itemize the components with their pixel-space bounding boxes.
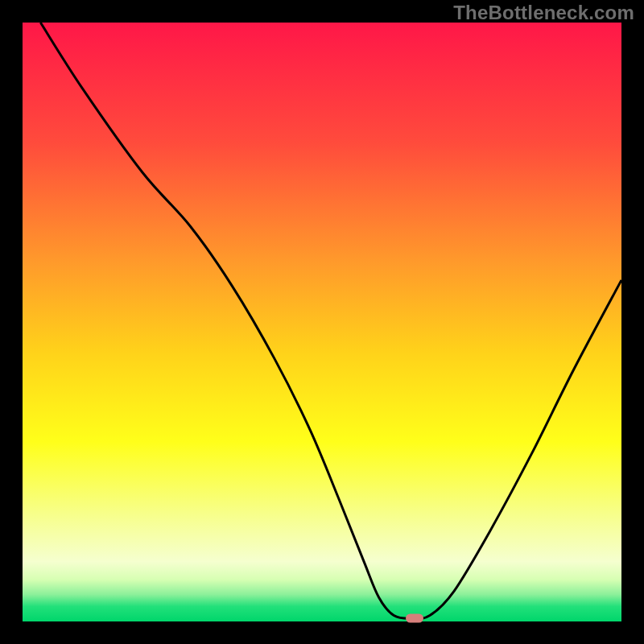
plot-area	[23, 23, 621, 621]
bottleneck-curve	[23, 23, 621, 621]
watermark-text: TheBottleneck.com	[453, 2, 634, 24]
curve-path	[40, 23, 621, 619]
optimal-marker	[406, 613, 423, 622]
chart-frame: TheBottleneck.com	[0, 0, 644, 644]
